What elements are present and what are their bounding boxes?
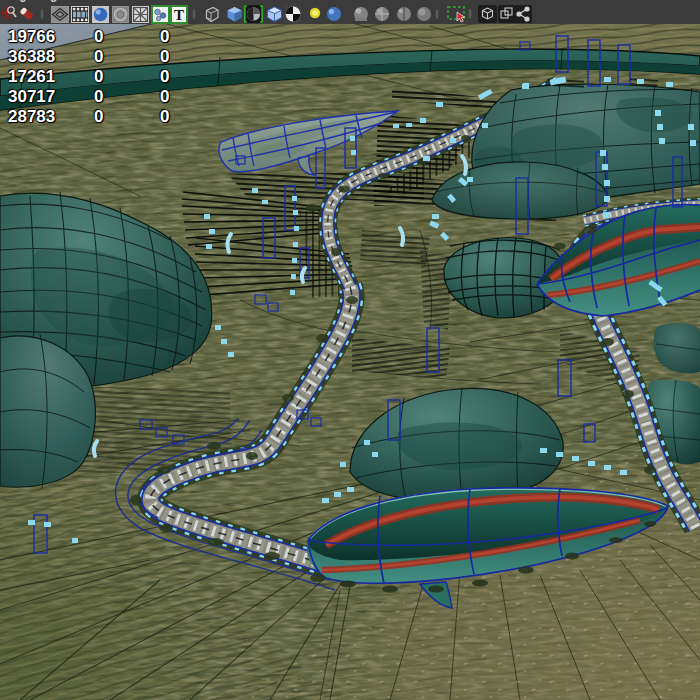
svg-text:T: T: [174, 7, 184, 23]
